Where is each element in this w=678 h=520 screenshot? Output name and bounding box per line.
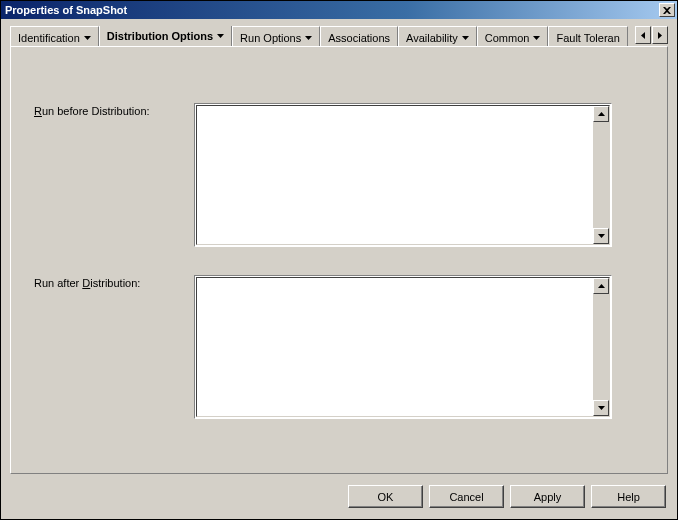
panel: Run before Distribution: (10, 46, 668, 474)
tab-fault-tolerance[interactable]: Fault Toleran (548, 26, 627, 46)
chevron-down-icon (84, 36, 91, 40)
chevron-right-icon (658, 32, 662, 39)
cancel-button[interactable]: Cancel (429, 485, 504, 508)
tab-associations[interactable]: Associations (320, 26, 398, 46)
chevron-down-icon (598, 234, 605, 238)
field-run-before: Run before Distribution: (34, 103, 612, 247)
tab-scroll-left[interactable] (635, 26, 651, 44)
close-icon (663, 7, 671, 14)
scroll-up-button[interactable] (593, 278, 609, 294)
scroll-up-button[interactable] (593, 106, 609, 122)
label-text: Run after (34, 277, 82, 289)
tab-availability[interactable]: Availability (398, 26, 477, 46)
tab-label: Availability (406, 32, 458, 44)
tab-run-options[interactable]: Run Options (232, 26, 320, 46)
label-accelerator: R (34, 105, 42, 117)
chevron-down-icon (462, 36, 469, 40)
chevron-up-icon (598, 284, 605, 288)
run-before-label: Run before Distribution: (34, 103, 194, 117)
tab-identification[interactable]: Identification (10, 26, 99, 46)
button-label: Apply (534, 491, 562, 503)
tabs-row: Identification Distribution Options Run … (10, 26, 634, 46)
tab-scroll-right[interactable] (652, 26, 668, 44)
tab-label: Common (485, 32, 530, 44)
help-button[interactable]: Help (591, 485, 666, 508)
chevron-down-icon (217, 34, 224, 38)
dialog-window: Properties of SnapShot Identification Di… (0, 0, 678, 520)
run-after-textarea[interactable] (197, 278, 593, 416)
tab-label: Identification (18, 32, 80, 44)
content-area: Identification Distribution Options Run … (2, 20, 676, 518)
tab-distribution-options[interactable]: Distribution Options (99, 26, 232, 46)
scrollbar[interactable] (593, 106, 609, 244)
tab-label: Associations (328, 32, 390, 44)
run-after-label: Run after Distribution: (34, 275, 194, 289)
label-text: un before Distribution: (42, 105, 150, 117)
chevron-left-icon (641, 32, 645, 39)
panel-inner: Run before Distribution: (12, 48, 666, 472)
chevron-down-icon (598, 406, 605, 410)
button-label: OK (378, 491, 394, 503)
tab-label: Fault Toleran (556, 32, 619, 44)
close-button[interactable] (659, 3, 675, 17)
run-before-textarea[interactable] (197, 106, 593, 244)
field-run-after: Run after Distribution: (34, 275, 612, 419)
tab-label: Distribution Options (107, 30, 213, 42)
tab-label: Run Options (240, 32, 301, 44)
chevron-up-icon (598, 112, 605, 116)
scroll-down-button[interactable] (593, 228, 609, 244)
label-text: istribution: (90, 277, 140, 289)
button-label: Cancel (449, 491, 483, 503)
run-after-textarea-shell (194, 275, 612, 419)
dialog-buttons: OK Cancel Apply Help (348, 485, 666, 508)
scrollbar[interactable] (593, 278, 609, 416)
scroll-down-button[interactable] (593, 400, 609, 416)
run-before-textarea-shell (194, 103, 612, 247)
apply-button[interactable]: Apply (510, 485, 585, 508)
titlebar[interactable]: Properties of SnapShot (1, 1, 677, 19)
chevron-down-icon (533, 36, 540, 40)
window-title: Properties of SnapShot (5, 4, 657, 16)
button-label: Help (617, 491, 640, 503)
chevron-down-icon (305, 36, 312, 40)
tab-common[interactable]: Common (477, 26, 549, 46)
ok-button[interactable]: OK (348, 485, 423, 508)
